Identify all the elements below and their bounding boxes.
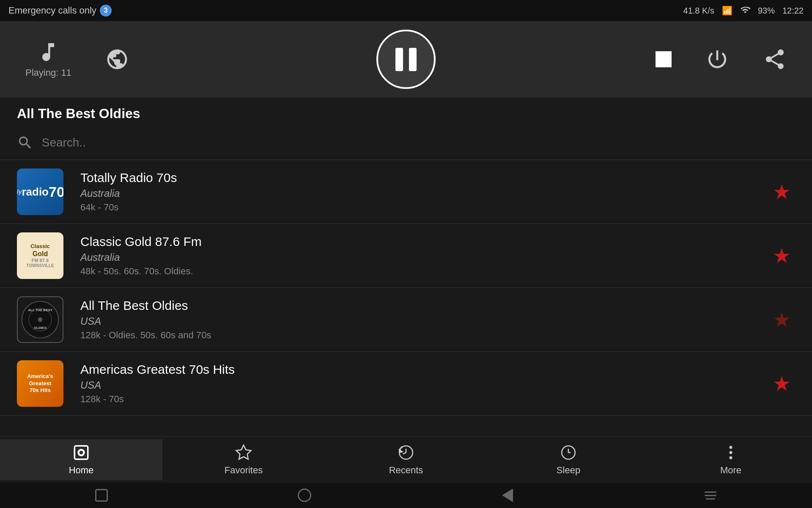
station-country: USA (80, 315, 768, 327)
station-meta: 128k - Oldies. 50s. 60s and 70s (80, 330, 768, 341)
status-right: 41.8 K/s 📶 93% 12:22 (683, 5, 804, 17)
station-country: USA (80, 379, 768, 391)
favorite-button[interactable]: ★ (768, 367, 795, 400)
menu-icon (705, 491, 716, 500)
emergency-text: Emergency calls only (8, 5, 96, 16)
station-name: All The Best Oldies (80, 298, 768, 313)
sleep-icon (560, 444, 577, 461)
station-info: Classic Gold 87.6 Fm Australia 48k - 50s… (80, 235, 768, 277)
star-filled-icon: ★ (773, 373, 791, 395)
battery-text: 93% (758, 6, 775, 16)
wifi-icon (740, 5, 750, 17)
android-menu-button[interactable] (700, 485, 721, 506)
android-recents-button[interactable] (91, 485, 112, 506)
station-name: Americas Greatest 70s Hits (80, 362, 768, 377)
svg-point-2 (38, 318, 43, 322)
stop-button[interactable] (656, 51, 672, 67)
recents-icon (397, 444, 415, 461)
stop-icon (656, 51, 672, 67)
android-back-button[interactable] (497, 485, 518, 506)
pause-icon (395, 48, 417, 71)
favorites-icon (235, 444, 252, 461)
globe-icon (105, 47, 129, 71)
player-left-controls: Playing: 11 (25, 40, 129, 78)
notification-badge: 3 (100, 5, 112, 17)
station-country: Australia (80, 188, 768, 199)
pause-button[interactable] (376, 30, 436, 89)
station-title-bar: All The Best Oldies (0, 97, 812, 126)
nav-label-favorites: Favorites (225, 465, 263, 476)
status-bar: Emergency calls only 3 41.8 K/s 📶 93% 12… (0, 0, 812, 21)
android-home-button[interactable] (294, 485, 315, 506)
svg-point-14 (730, 456, 732, 459)
globe-icon-btn[interactable] (105, 47, 129, 71)
home-icon (298, 489, 311, 502)
nav-item-sleep[interactable]: Sleep (487, 439, 650, 480)
nav-item-favorites[interactable]: Favorites (162, 439, 325, 480)
nav-item-home[interactable]: Home (0, 439, 162, 480)
station-logo-classic: Classic Gold FM 87.6 TOWNSVILLE (17, 232, 63, 279)
music-icon (36, 40, 60, 64)
nav-label-sleep: Sleep (557, 465, 580, 476)
station-name: Classic Gold 87.6 Fm (80, 235, 768, 249)
svg-point-7 (80, 450, 83, 454)
station-item[interactable]: ALL THE BEST OLDIES All The Best Oldies … (0, 288, 812, 352)
station-item[interactable]: Classic Gold FM 87.6 TOWNSVILLE Classic … (0, 224, 812, 288)
svg-point-13 (730, 451, 732, 454)
favorite-button[interactable]: ★ (768, 240, 795, 272)
player-right-controls (656, 47, 787, 71)
share-button[interactable] (763, 47, 787, 71)
bluetooth-icon: 📶 (722, 6, 732, 16)
station-item[interactable]: totally radio 70's Totally Radio 70s Aus… (0, 160, 812, 224)
station-meta: 64k - 70s (80, 202, 768, 213)
share-icon (763, 47, 787, 71)
nav-label-more: More (720, 465, 741, 476)
more-icon (722, 444, 740, 461)
search-icon (17, 134, 33, 151)
station-name: Totally Radio 70s (80, 171, 768, 185)
svg-text:OLDIES: OLDIES (34, 326, 47, 330)
nav-item-recents[interactable]: Recents (325, 439, 487, 480)
station-meta: 48k - 50s. 60s. 70s. Oldies. (80, 266, 768, 277)
nav-label-home: Home (69, 465, 94, 476)
star-empty-icon: ★ (773, 309, 791, 331)
music-icon-wrap: Playing: 11 (25, 40, 71, 78)
search-input[interactable] (42, 136, 795, 149)
recents-icon (95, 489, 108, 502)
android-nav-bar (0, 483, 812, 508)
svg-marker-10 (399, 450, 402, 453)
favorite-button[interactable]: ★ (768, 304, 795, 336)
nav-item-more[interactable]: More (650, 439, 812, 480)
station-logo-totally: totally radio 70's (17, 168, 63, 215)
station-logo-americas: America's Greatest 70s Hits (17, 360, 63, 407)
home-icon (72, 444, 90, 461)
current-station-name: All The Best Oldies (17, 106, 795, 121)
svg-text:ALL THE BEST: ALL THE BEST (28, 308, 52, 312)
svg-point-12 (730, 446, 732, 449)
time-display: 12:22 (782, 6, 804, 16)
station-info: Americas Greatest 70s Hits USA 128k - 70… (80, 362, 768, 405)
search-bar (0, 126, 812, 160)
station-info: All The Best Oldies USA 128k - Oldies. 5… (80, 298, 768, 341)
station-country: Australia (80, 251, 768, 263)
station-logo-oldies: ALL THE BEST OLDIES (17, 296, 63, 343)
station-meta: 128k - 70s (80, 394, 768, 405)
player-bar: Playing: 11 (0, 21, 812, 97)
oldies-logo-svg: ALL THE BEST OLDIES (21, 301, 59, 339)
bottom-nav: Home Favorites Recents Sleep More (0, 436, 812, 483)
data-speed: 41.8 K/s (683, 6, 714, 16)
station-item[interactable]: America's Greatest 70s Hits Americas Gre… (0, 352, 812, 416)
back-icon (502, 489, 513, 502)
status-left: Emergency calls only 3 (8, 5, 112, 17)
favorite-button[interactable]: ★ (768, 176, 795, 208)
svg-marker-8 (236, 445, 251, 459)
star-filled-icon: ★ (773, 245, 791, 267)
nav-label-recents: Recents (389, 465, 423, 476)
power-icon (705, 47, 729, 71)
star-filled-icon: ★ (773, 181, 791, 203)
playing-label: Playing: 11 (25, 67, 71, 78)
power-button[interactable] (705, 47, 729, 71)
station-info: Totally Radio 70s Australia 64k - 70s (80, 171, 768, 213)
station-list: totally radio 70's Totally Radio 70s Aus… (0, 160, 812, 416)
